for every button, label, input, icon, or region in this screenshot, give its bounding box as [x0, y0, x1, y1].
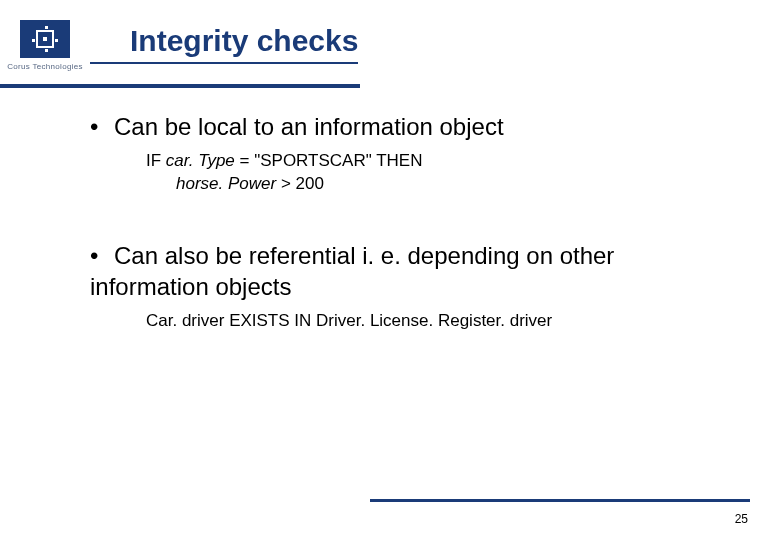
slide-title: Integrity checks: [90, 16, 358, 64]
brand-logo-icon: [20, 20, 70, 58]
bullet-1-sub: IF car. Type = "SPORTSCAR" THEN horse. P…: [146, 150, 720, 196]
slide-header: Corus Technologies Integrity checks: [0, 0, 780, 71]
footer-divider: [370, 499, 750, 502]
page-number: 25: [735, 512, 748, 526]
bullet-2-sub: Car. driver EXISTS IN Driver. License. R…: [146, 310, 720, 333]
bullet-1-text: Can be local to an information object: [114, 113, 504, 140]
bullet-1-sub-line1-suffix: = "SPORTSCAR" THEN: [235, 151, 423, 170]
title-underline: [0, 84, 360, 88]
bullet-2-text: Can also be referential i. e. depending …: [90, 242, 614, 300]
bullet-1-sub-line2-suffix: > 200: [276, 174, 324, 193]
bullet-1-sub-line1-prefix: IF: [146, 151, 166, 170]
bullet-1: •Can be local to an information object: [90, 111, 720, 142]
bullet-1-sub-line2-italic: horse. Power: [176, 174, 276, 193]
brand-logo-block: Corus Technologies: [0, 16, 90, 71]
brand-name: Corus Technologies: [0, 62, 90, 71]
slide-content: •Can be local to an information object I…: [0, 71, 780, 333]
bullet-2-sub-line1: Car. driver EXISTS IN Driver. License. R…: [146, 311, 552, 330]
bullet-1-sub-line1-italic: car. Type: [166, 151, 235, 170]
bullet-2: •Can also be referential i. e. depending…: [90, 240, 720, 302]
